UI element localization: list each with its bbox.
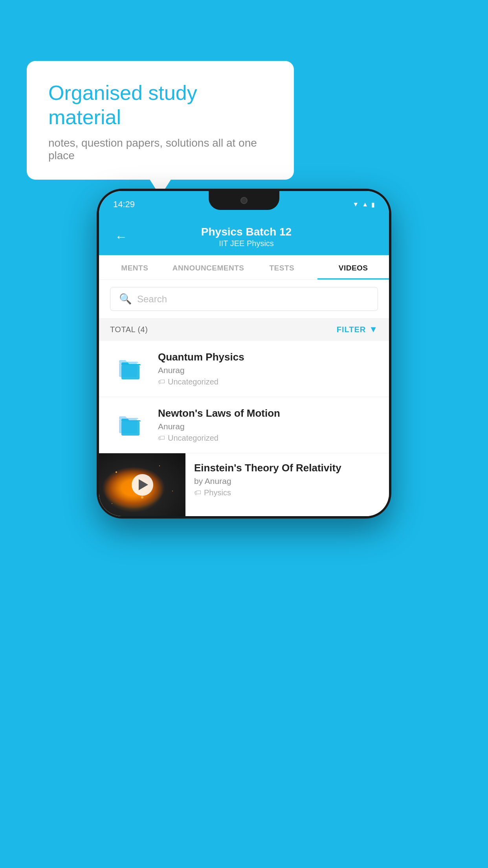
bubble-title: Organised study material <box>48 81 272 130</box>
tab-tests[interactable]: TESTS <box>246 255 318 280</box>
speech-bubble-wrapper: Organised study material notes, question… <box>27 61 294 180</box>
tag-icon: 🏷 <box>158 378 165 386</box>
item-thumbnail-einstein <box>99 453 185 516</box>
filter-funnel-icon: ▼ <box>369 324 378 335</box>
video-tag: 🏷 Uncategorized <box>158 377 378 386</box>
tab-ments[interactable]: MENTS <box>99 255 171 280</box>
folder-icon <box>116 355 143 383</box>
play-triangle-icon <box>139 479 148 490</box>
header-title: Physics Batch 12 <box>135 226 358 238</box>
wifi-icon <box>352 201 359 208</box>
video-title: Einstein's Theory Of Relativity <box>194 462 380 474</box>
item-info-quantum: Quantum Physics Anurag 🏷 Uncategorized <box>158 351 378 386</box>
item-info-einstein: Einstein's Theory Of Relativity by Anura… <box>185 453 389 506</box>
tag-label: Uncategorized <box>168 434 218 443</box>
video-author: by Anurag <box>194 476 380 486</box>
video-author: Anurag <box>158 422 378 431</box>
camera-dot <box>240 197 248 204</box>
tab-videos[interactable]: VIDEOS <box>317 255 389 280</box>
video-author: Anurag <box>158 366 378 375</box>
speech-bubble: Organised study material notes, question… <box>27 61 294 180</box>
video-list: Quantum Physics Anurag 🏷 Uncategorized <box>99 341 389 516</box>
item-thumbnail-newton <box>110 407 149 443</box>
status-icons <box>352 201 375 208</box>
notch <box>209 191 279 210</box>
back-button[interactable]: ← <box>115 230 127 244</box>
svg-rect-1 <box>121 365 139 379</box>
tab-announcements[interactable]: ANNOUNCEMENTS <box>171 255 246 280</box>
video-title: Newton's Laws of Motion <box>158 407 378 419</box>
status-time: 14:29 <box>113 199 135 210</box>
filter-label: FILTER <box>337 325 366 334</box>
signal-icon <box>362 201 368 208</box>
phone-screen: 14:29 ← Physics Batch 12 IIT JEE Physics <box>99 191 389 516</box>
phone-frame: 14:29 ← Physics Batch 12 IIT JEE Physics <box>97 189 391 519</box>
item-thumbnail-quantum <box>110 351 149 386</box>
total-count: TOTAL (4) <box>110 325 148 334</box>
tag-icon: 🏷 <box>194 489 201 497</box>
phone-wrapper: 14:29 ← Physics Batch 12 IIT JEE Physics <box>97 189 391 519</box>
tag-label: Uncategorized <box>168 377 218 386</box>
video-tag: 🏷 Physics <box>194 488 380 497</box>
tag-label: Physics <box>204 488 231 497</box>
app-header: ← Physics Batch 12 IIT JEE Physics <box>99 218 389 255</box>
svg-rect-3 <box>121 421 139 436</box>
filter-bar: TOTAL (4) FILTER ▼ <box>99 318 389 341</box>
tag-icon: 🏷 <box>158 434 165 442</box>
item-info-newton: Newton's Laws of Motion Anurag 🏷 Uncateg… <box>158 407 378 443</box>
status-bar: 14:29 <box>99 191 389 218</box>
folder-icon <box>116 411 143 439</box>
search-placeholder: Search <box>137 294 167 305</box>
header-subtitle: IIT JEE Physics <box>135 239 358 248</box>
tabs-bar: MENTS ANNOUNCEMENTS TESTS VIDEOS <box>99 255 389 280</box>
list-item[interactable]: Einstein's Theory Of Relativity by Anura… <box>99 453 389 516</box>
video-tag: 🏷 Uncategorized <box>158 434 378 443</box>
header-title-group: Physics Batch 12 IIT JEE Physics <box>135 226 358 248</box>
search-container: 🔍 Search <box>99 280 389 318</box>
list-item[interactable]: Quantum Physics Anurag 🏷 Uncategorized <box>99 341 389 397</box>
list-item[interactable]: Newton's Laws of Motion Anurag 🏷 Uncateg… <box>99 397 389 453</box>
search-icon: 🔍 <box>119 293 132 305</box>
search-bar[interactable]: 🔍 Search <box>110 287 378 311</box>
bubble-subtitle: notes, question papers, solutions all at… <box>48 137 272 162</box>
play-button[interactable] <box>132 474 153 496</box>
video-title: Quantum Physics <box>158 351 378 363</box>
battery-icon <box>371 201 375 208</box>
filter-button[interactable]: FILTER ▼ <box>337 324 378 335</box>
